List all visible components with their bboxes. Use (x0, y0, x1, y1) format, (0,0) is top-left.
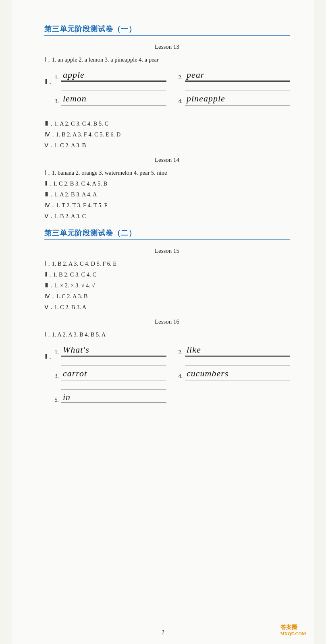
item-num-16-5: 5. (55, 397, 59, 403)
cursive-in: in (61, 393, 166, 402)
writing-box-16-2: like (185, 342, 290, 357)
lesson15-item-V: Ⅴ．1. C 2. B 3. A (44, 303, 290, 311)
lesson-15-block: Lesson 15 Ⅰ．1. B 2. A 3. C 4. D 5. F 6. … (44, 248, 290, 311)
writing-item-16-3: 3. carrot (55, 365, 166, 380)
lesson-15-title: Lesson 15 (44, 248, 290, 254)
lesson14-item-II: Ⅱ．1. C 2. B 3. C 4. A 5. B (44, 180, 290, 188)
item-num-16-2: 2. (179, 349, 183, 356)
writing-item-3: 3. lemon (55, 91, 166, 105)
roman-V: Ⅴ． (44, 142, 54, 149)
lesson-16-title: Lesson 16 (44, 318, 290, 325)
lesson13-answers-I: 1. an apple 2. a lemon 3. a pineapple 4.… (52, 56, 159, 63)
lesson13-item-IV: Ⅳ．1. B 2. A 3. F 4. C 5. E 6. D (44, 131, 290, 138)
roman-V-15: Ⅴ． (44, 304, 54, 310)
roman-I-15: Ⅰ． (44, 260, 52, 267)
writing-row-16-2: 3. carrot 4. cucumbers (55, 365, 290, 380)
item-num-16-1: 1. (55, 349, 59, 356)
roman-I-16: Ⅰ． (44, 331, 52, 338)
lesson13-item-I: Ⅰ．1. an apple 2. a lemon 3. a pineapple … (44, 56, 290, 64)
page-number: 1 (162, 629, 165, 636)
writing-row-16-3: 5. in (55, 389, 290, 404)
lesson15-item-III: Ⅲ．1. × 2. × 3. √ 4. √ (44, 282, 290, 289)
lesson13-answers-V: 1. C 2. A 3. B (54, 142, 86, 149)
writing-box-2: pear (185, 67, 290, 82)
writing-item-16-4: 4. cucumbers (179, 365, 290, 380)
roman-II-16: Ⅱ． (44, 353, 53, 361)
writing-box-3: lemon (61, 91, 166, 105)
lesson14-item-I: Ⅰ．1. banana 2. orange 3. watermelon 4. p… (44, 169, 290, 177)
writing-row-2: 3. lemon 4. pineapple (55, 91, 290, 105)
writing-box-16-4: cucumbers (185, 365, 290, 380)
writing-item-4: 4. pineapple (179, 91, 290, 105)
writing-box-4: pineapple (185, 91, 290, 105)
writing-item-16-5: 5. in (55, 389, 166, 404)
lesson-13-title: Lesson 13 (44, 43, 290, 50)
roman-IV-14: Ⅳ． (44, 202, 56, 208)
cursive-lemon: lemon (61, 94, 166, 103)
lesson-14-title: Lesson 14 (44, 157, 290, 163)
lesson14-item-III: Ⅲ．1. A 2. B 3. A 4. A (44, 191, 290, 198)
item-num-2: 2. (179, 74, 183, 81)
item-num-1: 1. (55, 74, 59, 81)
lesson16-item-I: Ⅰ．1. A 2. A 3. B 4. B 5. A (44, 331, 290, 339)
lesson13-writing: Ⅱ． 1. apple 2. (44, 67, 290, 114)
lesson-16-block: Lesson 16 Ⅰ．1. A 2. A 3. B 4. B 5. A Ⅱ． … (44, 318, 290, 413)
roman-I: Ⅰ． (44, 56, 52, 63)
lesson13-answers-III: 1. A 2. C 3. C 4. B 5. C (54, 120, 109, 127)
watermark-text: 答案圈 (280, 624, 306, 631)
roman-III-14: Ⅲ． (44, 191, 54, 198)
writing-row-1: 1. apple 2. pear (55, 67, 290, 82)
section-title-1: 第三单元阶段测试卷（一） (44, 24, 290, 36)
lesson16-writing: Ⅱ． 1. What's 2. (44, 342, 290, 413)
lesson-13-block: Lesson 13 Ⅰ．1. an apple 2. a lemon 3. a … (44, 43, 290, 149)
item-num-4: 4. (179, 98, 183, 105)
writing-box-16-1: What's (61, 342, 166, 357)
writing-box-1: apple (61, 67, 166, 82)
item-num-16-3: 3. (55, 373, 59, 380)
lesson13-item-III: Ⅲ．1. A 2. C 3. C 4. B 5. C (44, 120, 290, 128)
roman-II: Ⅱ． (44, 78, 53, 86)
roman-I-14: Ⅰ． (44, 169, 52, 176)
cursive-pineapple: pineapple (185, 94, 290, 103)
page: 第三单元阶段测试卷（一） Lesson 13 Ⅰ．1. an apple 2. … (12, 0, 314, 644)
writing-box-16-5: in (61, 389, 166, 404)
lesson15-item-II: Ⅱ．1. B 2. C 3. C 4. C (44, 271, 290, 279)
section-2: 第三单元阶段测试卷（二） Lesson 15 Ⅰ．1. B 2. A 3. C … (44, 228, 290, 413)
cursive-like: like (185, 345, 290, 354)
roman-III: Ⅲ． (44, 120, 54, 127)
section-1: 第三单元阶段测试卷（一） Lesson 13 Ⅰ．1. an apple 2. … (44, 24, 290, 220)
roman-II-15: Ⅱ． (44, 271, 53, 278)
roman-V-14: Ⅴ． (44, 213, 54, 219)
cursive-carrot: carrot (61, 369, 166, 378)
writing-row-16-1: 1. What's 2. like (55, 342, 290, 357)
roman-IV: Ⅳ． (44, 131, 56, 138)
writing-box-16-3: carrot (61, 365, 166, 380)
lesson13-answers-IV: 1. B 2. A 3. F 4. C 5. E 6. D (56, 131, 121, 138)
item-num-3: 3. (55, 98, 59, 105)
cursive-whats: What's (61, 345, 166, 354)
watermark-url: MXQE.COM (280, 631, 306, 636)
cursive-cucumbers: cucumbers (185, 369, 290, 378)
cursive-apple: apple (61, 70, 166, 79)
lesson13-item-V: Ⅴ．1. C 2. A 3. B (44, 142, 290, 149)
section-title-2: 第三单元阶段测试卷（二） (44, 228, 290, 240)
writing-item-2: 2. pear (179, 67, 290, 82)
lesson15-item-IV: Ⅳ．1. C 2. A 3. B (44, 293, 290, 300)
roman-III-15: Ⅲ． (44, 282, 54, 289)
lesson14-item-IV: Ⅳ．1. T 2. T 3. F 4. T 5. F (44, 202, 290, 209)
lesson-14-block: Lesson 14 Ⅰ．1. banana 2. orange 3. water… (44, 157, 290, 220)
watermark: 答案圈 MXQE.COM (280, 624, 306, 636)
writing-item-16-1: 1. What's (55, 342, 166, 357)
item-num-16-4: 4. (179, 373, 183, 380)
roman-IV-15: Ⅳ． (44, 293, 56, 299)
cursive-pear: pear (185, 70, 290, 79)
roman-II-14: Ⅱ． (44, 180, 53, 187)
writing-item-1: 1. apple (55, 67, 166, 82)
lesson14-item-V: Ⅴ．1. B 2. A 3. C (44, 213, 290, 220)
lesson15-item-I: Ⅰ．1. B 2. A 3. C 4. D 5. F 6. E (44, 260, 290, 268)
writing-item-16-2: 2. like (179, 342, 290, 357)
